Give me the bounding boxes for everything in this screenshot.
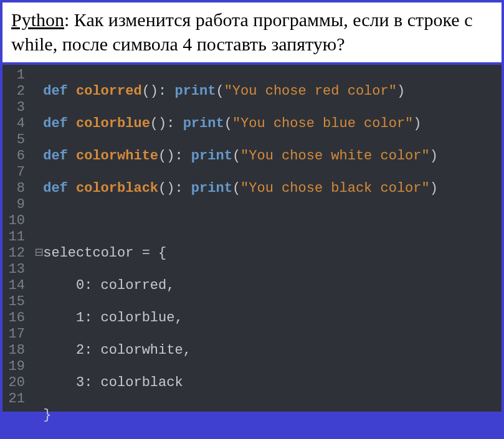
code-line: }: [35, 407, 504, 423]
line-number: 4: [7, 116, 25, 132]
line-number: 11: [7, 229, 25, 245]
question-text: Python: Как изменится работа программы, …: [11, 7, 493, 56]
code-line: 1: colorblue,: [35, 310, 504, 326]
line-number: 13: [7, 262, 25, 278]
line-number: 12: [7, 245, 25, 262]
code-line: 3: colorblack: [35, 375, 504, 391]
code-line: def colorblue(): print("You chose blue c…: [35, 116, 504, 132]
code-line: 2: colorwhite,: [35, 342, 504, 359]
line-number: 19: [7, 359, 25, 375]
line-number: 9: [7, 197, 25, 213]
code-line: def colorwhite(): print("You chose white…: [35, 148, 504, 164]
code-editor: 1 2 3 4 5 6 7 8 9 10 11 12 13 14 15 16 1…: [2, 65, 502, 412]
line-number: 8: [7, 181, 25, 197]
question-box: Python: Как изменится работа программы, …: [2, 2, 502, 65]
line-number: 5: [7, 132, 25, 148]
line-number: 18: [7, 342, 25, 359]
line-number: 20: [7, 375, 25, 391]
line-number-gutter: 1 2 3 4 5 6 7 8 9 10 11 12 13 14 15 16 1…: [2, 65, 31, 412]
line-number: 16: [7, 310, 25, 326]
line-number: 15: [7, 294, 25, 310]
line-number: 3: [7, 100, 25, 116]
line-number: 7: [7, 164, 25, 181]
document-container: Python: Как изменится работа программы, …: [0, 0, 504, 439]
code-line: ⊟selectcolor = {: [35, 245, 504, 262]
line-number: 21: [7, 391, 25, 407]
code-line: [35, 213, 504, 229]
line-number: 6: [7, 148, 25, 164]
line-number: 14: [7, 278, 25, 294]
code-line: def colorblack(): print("You chose black…: [35, 181, 504, 197]
code-line: def colorred(): print("You chose red col…: [35, 83, 504, 100]
line-number: 1: [7, 67, 25, 83]
line-number: 2: [7, 83, 25, 100]
line-number: 17: [7, 326, 25, 342]
question-body: : Как изменится работа программы, если в…: [11, 9, 472, 54]
line-number: 10: [7, 213, 25, 229]
question-label: Python: [11, 9, 64, 30]
code-line: 0: colorred,: [35, 278, 504, 294]
code-area: def colorred(): print("You chose red col…: [31, 65, 504, 412]
